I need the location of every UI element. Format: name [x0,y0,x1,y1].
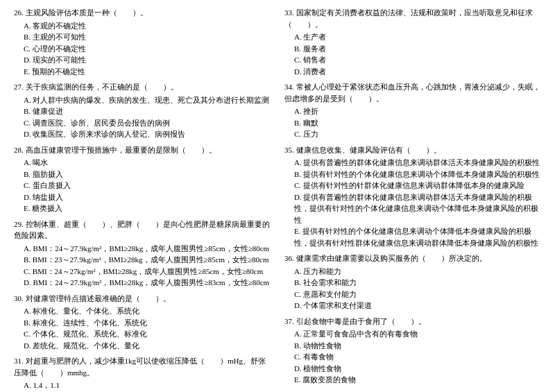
option: B. 服务者 [284,43,541,55]
option: C. BMI：24～27kg/m²，BMI≥28kg，成年人腹围男性≥85cm，… [14,266,271,278]
option: A. 标准化、量化、个体化、系统化 [14,305,271,317]
option: C. 调查医院、诊所、居民委员会报告的病例 [14,117,271,129]
option: E. 预期的不确定性 [14,66,271,78]
option: D. 植物性食物 [284,363,541,375]
page-content: 26. 主观风险评估本质是一种（ ）。A. 客观的不确定性B. 主观的不可知性C… [14,7,541,392]
option: B. 脂肪摄入 [14,169,271,180]
question-q34: 34. 常被人心理处于紧张状态和血压升高，心跳加快，胃液分泌减少，失眠，但虑增多… [284,81,541,140]
option: A. 喝水 [14,157,271,169]
question-q27: 27. 关于疾病监测的任务，不正确的是（ ）。A. 对人群中疾病的爆发、疾病的发… [14,81,271,140]
option: B. 动物性食物 [284,340,541,352]
question-q33: 33. 国家制定有关消费者权益的法律、法规和政策时，应当听取意见和征求（ ）。A… [284,7,541,77]
option: A. 挫折 [284,105,541,117]
option: C. 销售者 [284,54,541,66]
question-text: 29. 控制体重、超重（ ）、肥胖（ ）是向心性肥胖是糖尿病最重要的危险因素。 [14,219,271,241]
option: B. 健康促进 [14,105,271,117]
option: D. 收集医院、诊所来求诊的病人登记、病例报告 [14,128,271,140]
option: B. 标准化、连续性、个体化、系统化 [14,317,271,329]
question-text: 28. 高血压健康管理干预措施中，最重要的是限制（ ）。 [14,144,271,156]
question-q28: 28. 高血压健康管理干预措施中，最重要的是限制（ ）。A. 喝水B. 脂肪摄入… [14,144,271,214]
option: D. 个体需求和支付渠道 [284,300,541,312]
option: D. 现实的不可能性 [14,54,271,66]
question-text: 36. 健康需求由健康需要以及购买服务的（ ）所决定的。 [284,253,541,264]
option: A. 生产者 [284,31,541,43]
option: A. 1.4，1.1 [14,380,271,391]
question-q35: 35. 健康信息收集、健康风险评估有（ ）。A. 提供有普遍性的群体化健康信息来… [284,144,541,249]
option: D. 纳盐摄入 [14,191,271,203]
option: C. 个体化、规范化、系统化、标准化 [14,328,271,340]
question-q36: 36. 健康需求由健康需要以及购买服务的（ ）所决定的。A. 压力和能力B. 社… [284,253,541,312]
option: E. 糖类摄入 [14,203,271,214]
question-text: 26. 主观风险评估本质是一种（ ）。 [14,7,271,19]
option: B. 主观的不可知性 [14,31,271,43]
question-text: 31. 对超重与肥胖的人，减少体重1kg可以使收缩压降低（ ）mHg、舒张压降低… [14,355,271,378]
option: C. 压力 [284,128,541,140]
option: D. BMI：24～27.9kg/m²，BMI≥28kg，成年人腹围男性≥83c… [14,277,271,289]
option: B. 幽默 [284,117,541,129]
question-q26: 26. 主观风险评估本质是一种（ ）。A. 客观的不确定性B. 主观的不可知性C… [14,7,271,77]
question-q29: 29. 控制体重、超重（ ）、肥胖（ ）是向心性肥胖是糖尿病最重要的危险因素。A… [14,219,271,289]
option: C. 蛋白质摄入 [14,180,271,191]
question-q30: 30. 对健康管理特点描述最准确的是（ ）。A. 标准化、量化、个体化、系统化B… [14,293,271,352]
option: D. 提供有普遍性的群体化健康信息来调动群体活天本身健康风险的积极性，提供有针对… [284,191,541,226]
option: B. BMI：23～27.9kg/m²，BMI≥28kg，成年人腹围男性≥85c… [14,254,271,266]
question-text: 30. 对健康管理特点描述最准确的是（ ）。 [14,293,271,305]
right-column: 33. 国家制定有关消费者权益的法律、法规和政策时，应当听取意见和征求（ ）。A… [284,7,541,392]
option: C. 意愿和支付能力 [284,289,541,300]
option: D. 差统化、规范化、个体化、量化 [14,340,271,352]
left-column: 26. 主观风险评估本质是一种（ ）。A. 客观的不确定性B. 主观的不可知性C… [14,7,271,392]
option: E. 提供有针对性的个体化健康信息来调动个体降低本身健康风险的积极性，提供有针对… [284,225,541,248]
question-q38: 38. 原发性高血压病因是（ ）。A. 主要由遗传因素引起B. 由肾实质病变引起… [284,390,541,393]
option: C. 心理的不确定性 [14,43,271,55]
option: A. 提供有普遍性的群体化健康信息来调动群体活天本身健康风险的积极性 [284,157,541,169]
option: C. 有毒食物 [284,351,541,363]
question-text: 37. 引起食物中毒是由于食用了（ ）。 [284,316,541,327]
option: E. 腐败变质的食物 [284,374,541,386]
option: C. 提供有针对性的针群体化健康信息来调动群体降低本身的健康风险 [284,180,541,191]
question-text: 35. 健康信息收集、健康风险评估有（ ）。 [284,144,541,156]
option: A. BMI：24～27.9kg/m²，BMI≥28kg，成年人腹围男性≥85c… [14,243,271,255]
option: A. 压力和能力 [284,266,541,278]
option: A. 正常量可食食品中含有的有毒食物 [284,328,541,340]
question-q31: 31. 对超重与肥胖的人，减少体重1kg可以使收缩压降低（ ）mHg、舒张压降低… [14,355,271,392]
question-text: 38. 原发性高血压病因是（ ）。 [284,390,541,393]
option: B. 社会需求和能力 [284,277,541,289]
option: D. 消费者 [284,66,541,78]
option: B. 提供有针对性的个体化健康信息来调动个体降低本身健康风险的积极性 [284,169,541,180]
question-text: 33. 国家制定有关消费者权益的法律、法规和政策时，应当听取意见和征求（ ）。 [284,7,541,30]
option: A. 对人群中疾病的爆发、疾病的发生、现患、死亡及其分布进行长期监测 [14,94,271,106]
question-text: 27. 关于疾病监测的任务，不正确的是（ ）。 [14,81,271,93]
question-text: 34. 常被人心理处于紧张状态和血压升高，心跳加快，胃液分泌减少，失眠，但虑增多… [284,81,541,104]
question-q37: 37. 引起食物中毒是由于食用了（ ）。A. 正常量可食食品中含有的有毒食物B.… [284,316,541,386]
option: A. 客观的不确定性 [14,20,271,32]
